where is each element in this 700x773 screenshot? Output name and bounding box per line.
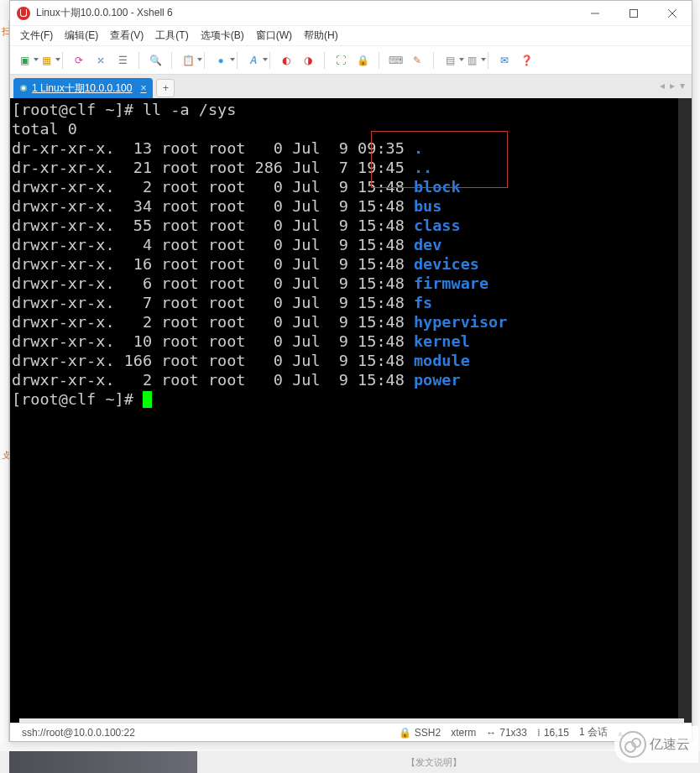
faint-text: 【发文说明】: [406, 756, 462, 769]
prompt-line: [root@clf ~]# ll -a /sys: [12, 101, 236, 118]
page-bottom-strip: 【发文说明】: [0, 751, 700, 773]
disconnect-button[interactable]: ⤫: [91, 51, 110, 70]
maximize-button[interactable]: [614, 1, 653, 26]
menu-window[interactable]: 窗口(W): [251, 27, 297, 44]
listing-row: drwxr-xr-x. 2 root root 0 Jul 9 15:48 bl…: [12, 177, 690, 196]
total-line: total 0: [12, 119, 690, 138]
fullscreen-button[interactable]: ⛶: [332, 51, 350, 70]
tab-label: 1 Linux十期10.0.0.100: [32, 81, 132, 96]
open-session-button[interactable]: ▦: [37, 51, 55, 70]
grey-strip: [19, 718, 684, 723]
color-scheme-button[interactable]: ●: [212, 51, 230, 70]
lock-icon: 🔒: [399, 727, 411, 739]
file-listing: dr-xr-xr-x. 13 root root 0 Jul 9 09:35 .…: [12, 138, 690, 389]
xagent-button[interactable]: ◐: [277, 51, 295, 70]
tile-h-button[interactable]: ▤: [441, 51, 459, 70]
tab-nav: ◂ ▸ ▾: [660, 80, 685, 91]
watermark: 亿速云: [614, 726, 698, 763]
left-sliver: 扫 攴: [0, 20, 9, 742]
menubar: 文件(F) 编辑(E) 查看(V) 工具(T) 选项卡(B) 窗口(W) 帮助(…: [10, 26, 692, 46]
help-button[interactable]: ❓: [517, 51, 535, 70]
listing-row: drwxr-xr-x. 10 root root 0 Jul 9 15:48 k…: [12, 332, 690, 351]
connection-indicator-icon: [20, 85, 27, 91]
svg-rect-0: [630, 9, 638, 17]
status-sessions: 1 会话: [579, 725, 608, 739]
tab-list-button[interactable]: ▾: [680, 80, 685, 91]
window-title: Linux十期10.0.0.100 - Xshell 6: [36, 6, 173, 20]
cursor: [143, 391, 152, 408]
watermark-logo-icon: [619, 731, 646, 758]
dir-name: fs: [414, 294, 432, 311]
pos-icon: ⁞: [537, 727, 541, 739]
status-term: xterm: [451, 727, 476, 739]
statusbar: ssh://root@10.0.0.100:22 🔒SSH2 xterm ↔71…: [10, 723, 692, 741]
highlight-button[interactable]: ✎: [408, 51, 426, 70]
tabbar: 1 Linux十期10.0.0.100 × + ◂ ▸ ▾: [10, 75, 692, 98]
status-size: 71x33: [499, 727, 527, 739]
reconnect-button[interactable]: ⟳: [70, 51, 88, 70]
listing-row: dr-xr-xr-x. 13 root root 0 Jul 9 09:35 .: [12, 138, 690, 158]
menu-help[interactable]: 帮助(H): [299, 27, 343, 44]
dir-name: bus: [414, 197, 441, 215]
tab-prev-button[interactable]: ◂: [660, 80, 665, 91]
listing-row: drwxr-xr-x. 2 root root 0 Jul 9 15:48 hy…: [12, 312, 690, 332]
dir-name: ..: [414, 159, 432, 176]
dir-name: .: [414, 139, 423, 157]
dir-name: hypervisor: [414, 313, 507, 331]
tab-next-button[interactable]: ▸: [670, 80, 675, 91]
listing-row: drwxr-xr-x. 16 root root 0 Jul 9 15:48 d…: [12, 254, 690, 274]
dir-name: power: [414, 371, 461, 389]
status-connection: ssh://root@10.0.0.100:22: [22, 727, 135, 739]
close-button[interactable]: [653, 1, 692, 26]
terminal[interactable]: [root@clf ~]# ll -a /sys total 0 dr-xr-x…: [10, 98, 692, 723]
listing-row: drwxr-xr-x. 166 root root 0 Jul 9 15:48 …: [12, 351, 690, 370]
xshell-window: Linux十期10.0.0.100 - Xshell 6 文件(F) 编辑(E)…: [9, 0, 692, 742]
xftp-button[interactable]: ◑: [299, 51, 317, 70]
dir-name: devices: [414, 255, 479, 273]
new-tab-button[interactable]: +: [156, 79, 175, 97]
close-tab-button[interactable]: ×: [140, 82, 146, 94]
properties-button[interactable]: ☰: [113, 51, 132, 70]
dir-name: kernel: [414, 332, 470, 350]
new-session-button[interactable]: ▣: [15, 51, 34, 70]
toolbar: ▣ ▦ ⟳ ⤫ ☰ 🔍 📋 ● A ◐ ◑ ⛶ 🔒 ⌨ ✎ ▤ ▥ ✉ ❓: [10, 46, 692, 75]
listing-row: drwxr-xr-x. 2 root root 0 Jul 9 15:48 po…: [12, 370, 690, 389]
terminal-scrollbar[interactable]: [678, 98, 692, 723]
prompt-line-2: [root@clf ~]#: [12, 390, 143, 408]
menu-file[interactable]: 文件(F): [15, 27, 58, 44]
copy-button[interactable]: 📋: [179, 51, 197, 70]
listing-row: drwxr-xr-x. 6 root root 0 Jul 9 15:48 fi…: [12, 274, 690, 293]
session-tab[interactable]: 1 Linux十期10.0.0.100 ×: [13, 78, 153, 98]
lock-button[interactable]: 🔒: [353, 51, 372, 70]
menu-tools[interactable]: 工具(T): [150, 27, 193, 44]
search-button[interactable]: 🔍: [146, 51, 165, 70]
dir-name: dev: [414, 236, 441, 253]
hex-button[interactable]: ⌨: [386, 51, 405, 70]
status-pos: 16,15: [544, 727, 569, 739]
compose-button[interactable]: ✉: [495, 51, 514, 70]
listing-row: drwxr-xr-x. 55 root root 0 Jul 9 15:48 c…: [12, 216, 690, 235]
watermark-text: 亿速云: [650, 736, 690, 754]
dir-name: module: [414, 352, 470, 369]
dir-name: firmware: [414, 274, 488, 292]
listing-row: drwxr-xr-x. 34 root root 0 Jul 9 15:48 b…: [12, 196, 690, 216]
listing-row: drwxr-xr-x. 4 root root 0 Jul 9 15:48 de…: [12, 235, 690, 254]
status-protocol: SSH2: [415, 727, 441, 739]
tile-v-button[interactable]: ▥: [462, 51, 481, 70]
minimize-button[interactable]: [576, 1, 614, 26]
app-icon: [17, 7, 30, 20]
listing-row: drwxr-xr-x. 7 root root 0 Jul 9 15:48 fs: [12, 293, 690, 312]
dir-name: class: [414, 217, 461, 234]
titlebar[interactable]: Linux十期10.0.0.100 - Xshell 6: [10, 1, 692, 26]
menu-tabs[interactable]: 选项卡(B): [196, 27, 249, 44]
dir-name: block: [414, 178, 461, 196]
size-icon: ↔: [486, 727, 496, 739]
font-button[interactable]: A: [244, 51, 263, 70]
listing-row: dr-xr-xr-x. 21 root root 286 Jul 7 19:45…: [12, 158, 690, 177]
menu-view[interactable]: 查看(V): [105, 27, 149, 44]
menu-edit[interactable]: 编辑(E): [60, 27, 103, 44]
